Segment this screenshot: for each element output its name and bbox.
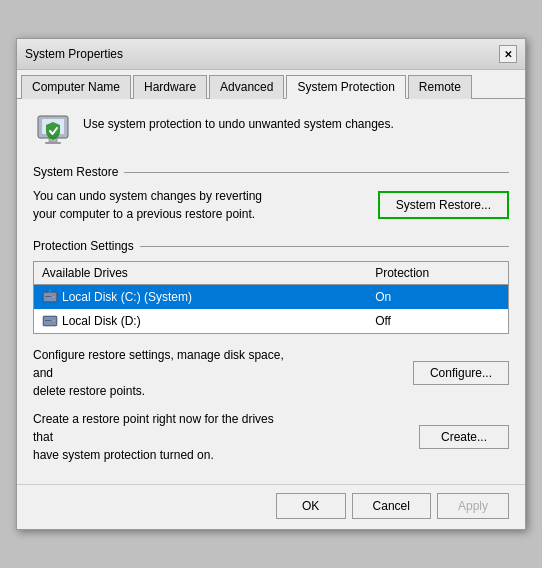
create-row: Create a restore point right now for the… [33,410,509,464]
create-button[interactable]: Create... [419,425,509,449]
system-properties-window: System Properties ✕ Computer Name Hardwa… [16,38,526,530]
restore-row: You can undo system changes by reverting… [33,187,509,223]
svg-point-11 [53,320,56,323]
create-description: Create a restore point right now for the… [33,410,293,464]
system-restore-title: System Restore [33,165,118,179]
tab-remote[interactable]: Remote [408,75,472,99]
system-restore-header: System Restore [33,165,509,179]
configure-button[interactable]: Configure... [413,361,509,385]
system-restore-section: System Restore You can undo system chang… [33,165,509,223]
configure-description: Configure restore settings, manage disk … [33,346,293,400]
info-description: Use system protection to undo unwanted s… [83,115,394,133]
dialog-footer: OK Cancel Apply [17,484,525,529]
tab-content: Use system protection to undo unwanted s… [17,99,525,484]
title-bar: System Properties ✕ [17,39,525,70]
drive-name: Local Disk (D:) [34,309,368,334]
apply-button[interactable]: Apply [437,493,509,519]
table-row[interactable]: Local Disk (C:) (System) On [34,285,509,310]
info-row: Use system protection to undo unwanted s… [33,111,509,151]
svg-point-8 [49,290,51,292]
section-divider-2 [140,246,509,247]
tab-computer-name[interactable]: Computer Name [21,75,131,99]
protection-settings-title: Protection Settings [33,239,134,253]
tab-bar: Computer Name Hardware Advanced System P… [17,70,525,99]
configure-row: Configure restore settings, manage disk … [33,346,509,400]
table-row[interactable]: Local Disk (D:) Off [34,309,509,334]
restore-description: You can undo system changes by reverting… [33,187,262,223]
ok-button[interactable]: OK [276,493,346,519]
col-protection: Protection [367,262,508,285]
drive-protection: Off [367,309,508,334]
drive-protection: On [367,285,508,310]
drive-name: Local Disk (C:) (System) [34,285,368,310]
svg-rect-7 [45,296,51,297]
protection-settings-section: Protection Settings Available Drives Pro… [33,239,509,464]
svg-rect-12 [45,320,51,321]
cancel-button[interactable]: Cancel [352,493,431,519]
window-title: System Properties [25,47,123,61]
protection-settings-header: Protection Settings [33,239,509,253]
svg-point-6 [53,296,56,299]
drives-table: Available Drives Protection [33,261,509,334]
system-restore-button[interactable]: System Restore... [378,191,509,219]
tab-hardware[interactable]: Hardware [133,75,207,99]
tab-system-protection[interactable]: System Protection [286,75,405,99]
section-divider [124,172,509,173]
col-available-drives: Available Drives [34,262,368,285]
tab-advanced[interactable]: Advanced [209,75,284,99]
protection-icon [33,111,73,151]
close-button[interactable]: ✕ [499,45,517,63]
svg-rect-3 [45,142,61,144]
